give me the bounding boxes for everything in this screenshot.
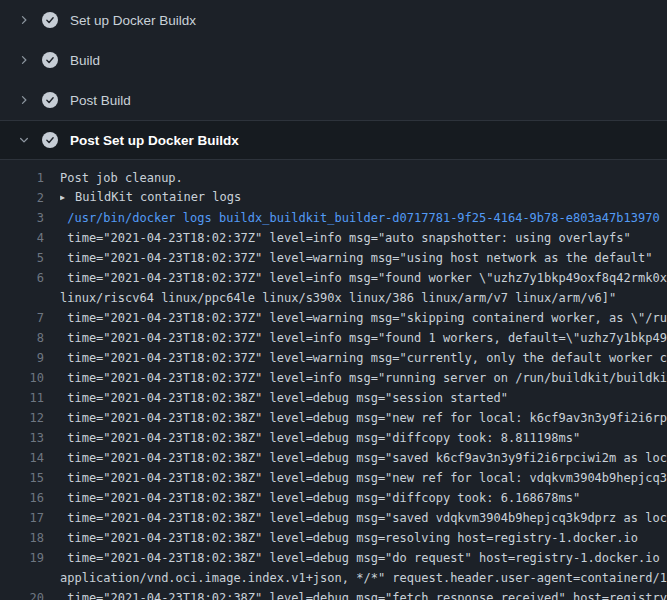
step-label: Build: [70, 53, 100, 68]
log-line: 3 /usr/bin/docker logs buildx_buildkit_b…: [0, 208, 667, 228]
log-line-number[interactable]: 2: [0, 188, 44, 208]
check-circle-icon: [42, 12, 58, 28]
log-line-number[interactable]: 12: [0, 408, 44, 428]
log-line-text: time="2021-04-23T18:02:38Z" level=debug …: [60, 428, 667, 448]
log-line-number[interactable]: 14: [0, 448, 44, 468]
log-line-text: time="2021-04-23T18:02:38Z" level=debug …: [60, 488, 667, 508]
log-line[interactable]: 2 ▶ BuildKit container logs: [0, 188, 667, 208]
log-line: 14 time="2021-04-23T18:02:38Z" level=deb…: [0, 448, 667, 468]
step-label: Set up Docker Buildx: [70, 13, 196, 28]
log-line-number[interactable]: 11: [0, 388, 44, 408]
step-label: Post Set up Docker Buildx: [70, 133, 239, 148]
log-line-text: linux/riscv64 linux/ppc64le linux/s390x …: [60, 288, 667, 308]
log-line: linux/riscv64 linux/ppc64le linux/s390x …: [0, 288, 667, 308]
chevron-right-icon: [16, 132, 32, 148]
log-line-text: time="2021-04-23T18:02:38Z" level=debug …: [60, 448, 667, 468]
check-circle-icon: [42, 92, 58, 108]
log-line-number[interactable]: 18: [0, 528, 44, 548]
log-line-text: time="2021-04-23T18:02:38Z" level=debug …: [60, 588, 667, 600]
chevron-right-icon: [16, 92, 32, 108]
log-line-number[interactable]: 4: [0, 228, 44, 248]
log-line-text: time="2021-04-23T18:02:37Z" level=info m…: [60, 228, 667, 248]
log-line-text: time="2021-04-23T18:02:37Z" level=warnin…: [60, 348, 667, 368]
log-line: 13 time="2021-04-23T18:02:38Z" level=deb…: [0, 428, 667, 448]
log-line: 15 time="2021-04-23T18:02:38Z" level=deb…: [0, 468, 667, 488]
log-line-text: time="2021-04-23T18:02:38Z" level=debug …: [60, 508, 667, 528]
log-line: 9 time="2021-04-23T18:02:37Z" level=warn…: [0, 348, 667, 368]
log-line-number[interactable]: 17: [0, 508, 44, 528]
log-line: 4 time="2021-04-23T18:02:37Z" level=info…: [0, 228, 667, 248]
log-line: 19 time="2021-04-23T18:02:38Z" level=deb…: [0, 548, 667, 568]
log-line-text: time="2021-04-23T18:02:38Z" level=debug …: [60, 388, 667, 408]
log-line-text: time="2021-04-23T18:02:38Z" level=debug …: [60, 528, 667, 548]
log-line-text: /usr/bin/docker logs buildx_buildkit_bui…: [60, 208, 667, 228]
log-line-number[interactable]: 7: [0, 308, 44, 328]
log-line-number[interactable]: 15: [0, 468, 44, 488]
check-circle-icon: [42, 132, 58, 148]
log-group-caret-icon[interactable]: ▶: [60, 188, 65, 208]
log-line-number[interactable]: 9: [0, 348, 44, 368]
log-line-text: time="2021-04-23T18:02:37Z" level=info m…: [60, 368, 667, 388]
log-line-text: time="2021-04-23T18:02:38Z" level=debug …: [60, 468, 667, 488]
step-row[interactable]: Post Build: [0, 80, 667, 120]
log-line-number[interactable]: 3: [0, 208, 44, 228]
log-line-text: time="2021-04-23T18:02:37Z" level=warnin…: [60, 308, 667, 328]
log-line-number[interactable]: 8: [0, 328, 44, 348]
log-line-number[interactable]: 13: [0, 428, 44, 448]
log-line-text: time="2021-04-23T18:02:38Z" level=debug …: [60, 408, 667, 428]
log-line-text: ▶ BuildKit container logs: [60, 187, 667, 209]
log-line: 6 time="2021-04-23T18:02:37Z" level=info…: [0, 268, 667, 288]
step-list: Set up Docker Buildx Build Post Build: [0, 0, 667, 160]
log-line-text: time="2021-04-23T18:02:38Z" level=debug …: [60, 548, 667, 568]
step-row[interactable]: Post Set up Docker Buildx: [0, 120, 667, 160]
log-line-text: time="2021-04-23T18:02:37Z" level=warnin…: [60, 248, 667, 268]
log-output: 1 Post job cleanup. 2 ▶ BuildKit contain…: [0, 160, 667, 600]
workflow-log-viewer: Set up Docker Buildx Build Post Build: [0, 0, 667, 600]
log-line-text: time="2021-04-23T18:02:37Z" level=info m…: [60, 328, 667, 348]
log-line: application/vnd.oci.image.index.v1+json,…: [0, 568, 667, 588]
chevron-right-icon: [16, 52, 32, 68]
log-line-text: Post job cleanup.: [60, 168, 667, 188]
log-line-number[interactable]: 5: [0, 248, 44, 268]
log-line: 18 time="2021-04-23T18:02:38Z" level=deb…: [0, 528, 667, 548]
check-circle-icon: [42, 52, 58, 68]
log-line: 12 time="2021-04-23T18:02:38Z" level=deb…: [0, 408, 667, 428]
log-line: 10 time="2021-04-23T18:02:37Z" level=inf…: [0, 368, 667, 388]
log-line: 20 time="2021-04-23T18:02:38Z" level=deb…: [0, 588, 667, 600]
step-row[interactable]: Build: [0, 40, 667, 80]
log-line-number[interactable]: 19: [0, 548, 44, 568]
log-line-text: application/vnd.oci.image.index.v1+json,…: [60, 568, 667, 588]
log-line: 16 time="2021-04-23T18:02:38Z" level=deb…: [0, 488, 667, 508]
chevron-right-icon: [16, 12, 32, 28]
log-line: 7 time="2021-04-23T18:02:37Z" level=warn…: [0, 308, 667, 328]
log-line: 11 time="2021-04-23T18:02:38Z" level=deb…: [0, 388, 667, 408]
log-line: 17 time="2021-04-23T18:02:38Z" level=deb…: [0, 508, 667, 528]
log-line-text: time="2021-04-23T18:02:37Z" level=info m…: [60, 268, 667, 288]
step-row[interactable]: Set up Docker Buildx: [0, 0, 667, 40]
log-line-number[interactable]: 6: [0, 268, 44, 288]
log-line-number[interactable]: 1: [0, 168, 44, 188]
log-line-number[interactable]: 10: [0, 368, 44, 388]
log-line-number[interactable]: 16: [0, 488, 44, 508]
log-line-number[interactable]: 20: [0, 588, 44, 600]
log-line: 5 time="2021-04-23T18:02:37Z" level=warn…: [0, 248, 667, 268]
step-label: Post Build: [70, 93, 131, 108]
log-line: 8 time="2021-04-23T18:02:37Z" level=info…: [0, 328, 667, 348]
log-line: 1 Post job cleanup.: [0, 168, 667, 188]
